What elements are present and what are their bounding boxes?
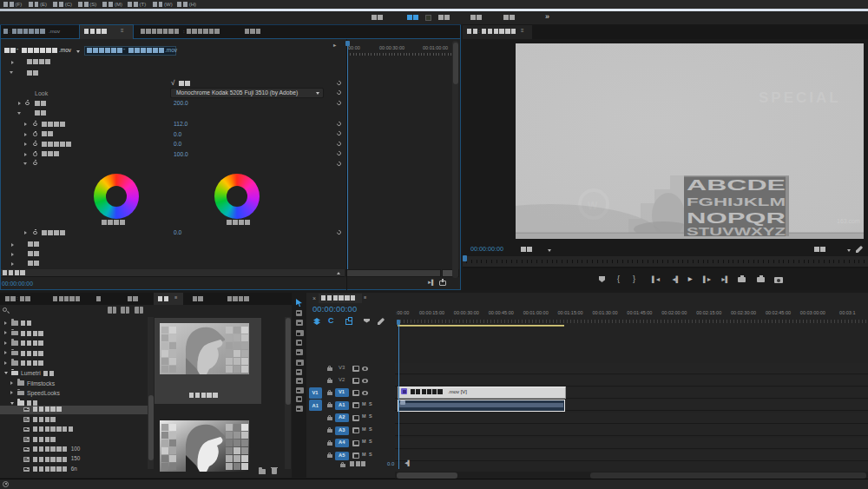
svg-text:NOPQR: NOPQR [687, 210, 786, 227]
svg-text:FGHIJKLM: FGHIJKLM [687, 195, 786, 208]
svg-text:STUVWXYZ: STUVWXYZ [687, 226, 786, 238]
svg-text:163.com: 163.com [837, 218, 860, 224]
svg-text:SPECIAL: SPECIAL [759, 89, 841, 106]
svg-text:ABCDE: ABCDE [687, 177, 786, 194]
